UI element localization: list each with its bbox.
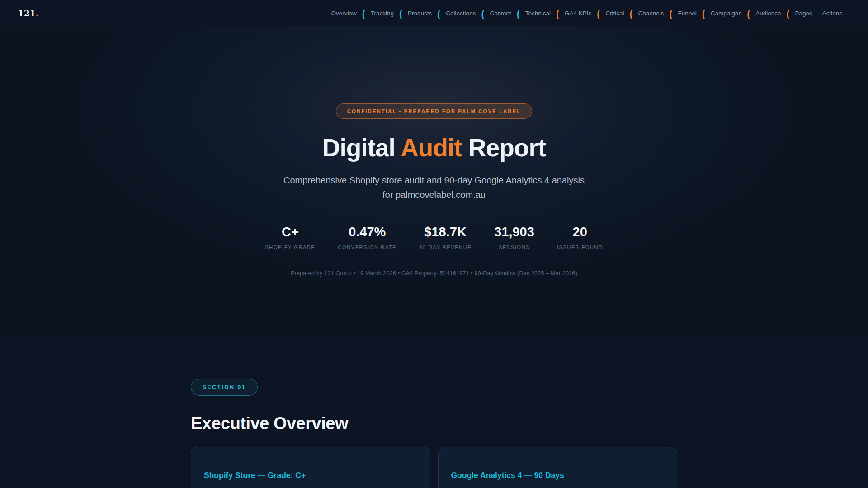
- report-meta-line: Prepared by 121 Group • 19 March 2026 • …: [0, 270, 868, 277]
- nav-item-label: Channels: [633, 7, 669, 19]
- nav-item-campaigns[interactable]: Campaigns: [702, 7, 746, 19]
- bracket-separator-icon: [747, 8, 750, 19]
- stat-label: 90-DAY REVENUE: [419, 244, 472, 250]
- nav-item-label: Campaigns: [706, 7, 746, 19]
- nav-item-tracking[interactable]: Tracking: [362, 7, 399, 19]
- nav-item-technical[interactable]: Technical: [516, 7, 556, 19]
- hero-section: CONFIDENTIAL • PREPARED FOR PALM COVE LA…: [0, 0, 868, 341]
- nav-item-label: GA4 KPIs: [560, 7, 596, 19]
- bracket-separator-icon: [786, 8, 789, 19]
- stat-label: CONVERSION RATE: [338, 244, 396, 250]
- stat-shopify-grade: C+ SHOPIFY GRADE: [265, 225, 315, 250]
- nav-item-funnel[interactable]: Funnel: [669, 7, 702, 19]
- top-nav-bar: 121. Overview Tracking Products Collecti…: [0, 0, 868, 26]
- bracket-separator-icon: [437, 8, 440, 19]
- nav-item-label: Technical: [520, 7, 556, 19]
- section-number-badge: SECTION 01: [191, 379, 258, 396]
- stat-value: 20: [557, 225, 603, 239]
- card-title: Google Analytics 4 — 90 Days: [451, 471, 664, 480]
- bracket-separator-icon: [670, 8, 673, 19]
- nav-item-critical[interactable]: Critical: [596, 7, 629, 19]
- nav-item-products[interactable]: Products: [399, 7, 437, 19]
- nav-item-label: Collections: [441, 7, 481, 19]
- stat-sessions: 31,903 SESSIONS: [494, 225, 534, 250]
- page-title-part2: Report: [462, 134, 546, 162]
- hero-subtitle: Comprehensive Shopify store audit and 90…: [0, 173, 868, 202]
- brand-logo[interactable]: 121.: [18, 9, 39, 18]
- nav-item-label: Actions: [817, 7, 847, 19]
- hero-subtitle-line2: for palmcovelabel.com.au: [0, 188, 868, 202]
- bracket-separator-icon: [597, 8, 600, 19]
- nav-item-label: Products: [403, 7, 437, 19]
- nav-item-pages[interactable]: Pages: [786, 7, 817, 19]
- stat-label: ISSUES FOUND: [557, 244, 603, 250]
- stat-value: $18.7K: [419, 225, 472, 239]
- nav-item-label: Content: [485, 7, 516, 19]
- hero-subtitle-line1: Comprehensive Shopify store audit and 90…: [0, 173, 868, 188]
- bracket-separator-icon: [630, 8, 633, 19]
- nav-item-overview[interactable]: Overview: [326, 7, 362, 19]
- overview-cards: Shopify Store — Grade: C+ Palm Cove Labe…: [191, 447, 677, 488]
- stat-label: SESSIONS: [494, 244, 534, 250]
- page-title: Digital Audit Report: [0, 133, 868, 162]
- nav-item-label: Tracking: [366, 7, 399, 19]
- card-google-analytics: Google Analytics 4 — 90 Days Over 90 day…: [438, 447, 678, 488]
- nav-item-collections[interactable]: Collections: [437, 7, 481, 19]
- bracket-separator-icon: [556, 8, 559, 19]
- section-title: Executive Overview: [191, 414, 677, 433]
- nav-item-audience[interactable]: Audience: [746, 7, 786, 19]
- brand-logo-text: 121: [18, 9, 36, 18]
- confidential-badge: CONFIDENTIAL • PREPARED FOR PALM COVE LA…: [336, 103, 533, 119]
- bracket-separator-icon: [481, 8, 484, 19]
- section-inner: SECTION 01 Executive Overview Shopify St…: [191, 342, 677, 488]
- nav-item-label: Overview: [326, 7, 362, 19]
- card-shopify-store: Shopify Store — Grade: C+ Palm Cove Labe…: [191, 447, 430, 488]
- stat-conversion-rate: 0.47% CONVERSION RATE: [338, 225, 396, 250]
- bracket-separator-icon: [399, 8, 402, 19]
- stat-issues-found: 20 ISSUES FOUND: [557, 225, 603, 250]
- bracket-separator-icon: [517, 8, 520, 19]
- brand-logo-dot: .: [36, 9, 39, 18]
- nav-item-actions[interactable]: Actions: [817, 7, 847, 19]
- executive-overview-section: SECTION 01 Executive Overview Shopify St…: [0, 342, 868, 488]
- nav-item-label: Critical: [600, 7, 629, 19]
- bracket-separator-icon: [362, 8, 365, 19]
- stat-value: 31,903: [494, 225, 534, 239]
- nav-item-channels[interactable]: Channels: [629, 7, 669, 19]
- page-title-accent: Audit: [401, 134, 462, 162]
- stat-value: C+: [265, 225, 315, 239]
- nav-item-label: Pages: [790, 7, 817, 19]
- nav-item-label: Funnel: [673, 7, 702, 19]
- card-title: Shopify Store — Grade: C+: [204, 471, 416, 480]
- bracket-separator-icon: [702, 8, 705, 19]
- page-title-part1: Digital: [322, 134, 401, 162]
- stat-value: 0.47%: [338, 225, 396, 239]
- nav-item-label: Audience: [750, 7, 786, 19]
- stat-revenue: $18.7K 90-DAY REVENUE: [419, 225, 472, 250]
- nav-item-content[interactable]: Content: [481, 7, 516, 19]
- stat-label: SHOPIFY GRADE: [265, 244, 315, 250]
- hero-stats-row: C+ SHOPIFY GRADE 0.47% CONVERSION RATE $…: [0, 225, 868, 250]
- nav-item-ga4-kpis[interactable]: GA4 KPIs: [556, 7, 596, 19]
- nav-links: Overview Tracking Products Collections C…: [326, 7, 847, 19]
